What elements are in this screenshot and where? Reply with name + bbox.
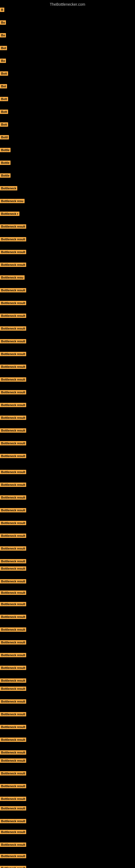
badge-59: Bottleneck result	[0, 738, 26, 743]
badge-18: Bottleneck result	[0, 224, 26, 230]
badge-47: Bottleneck result	[0, 590, 26, 596]
badge-33: Bottleneck result	[0, 415, 26, 421]
badge-24: Bottleneck result	[0, 301, 26, 306]
badge-15: Bottleneck	[0, 186, 17, 191]
badge-36: Bottleneck result	[0, 454, 26, 459]
badge-42: Bottleneck result	[0, 533, 26, 539]
badge-23: Bottleneck result	[0, 288, 26, 293]
badge-12: Bottle	[0, 148, 10, 153]
site-title: TheBottlenecker.com	[0, 0, 135, 9]
badge-1: B	[0, 8, 4, 13]
badge-51: Bottleneck result	[0, 640, 26, 646]
badge-44: Bottleneck result	[0, 559, 26, 564]
badge-68: Bottleneck result	[0, 842, 26, 848]
badge-2: Bo	[0, 20, 6, 26]
badge-14: Bottle	[0, 173, 10, 179]
badge-34: Bottleneck result	[0, 428, 26, 434]
badge-45: Bottleneck result	[0, 566, 26, 572]
badge-10: Bott	[0, 122, 8, 128]
badge-21: Bottleneck result	[0, 262, 26, 268]
badge-67: Bottleneck result	[0, 830, 26, 835]
badge-9: Bott	[0, 110, 8, 115]
badge-70: Bottleneck result	[0, 866, 26, 868]
badge-30: Bottleneck result	[0, 377, 26, 383]
badge-35: Bottleneck result	[0, 441, 26, 446]
badge-64: Bottleneck result	[0, 797, 26, 802]
badge-55: Bottleneck result	[0, 686, 26, 692]
badge-4: Bot	[0, 46, 7, 51]
badge-39: Bottleneck result	[0, 495, 26, 501]
badge-69: Bottleneck result	[0, 854, 26, 859]
badge-22: Bottleneck resu	[0, 275, 25, 281]
badge-26: Bottleneck result	[0, 326, 26, 332]
badge-54: Bottleneck result	[0, 678, 26, 684]
badge-8: Bott	[0, 97, 8, 102]
badge-49: Bottleneck result	[0, 615, 26, 620]
badge-63: Bottleneck result	[0, 784, 26, 789]
badge-28: Bottleneck result	[0, 352, 26, 357]
badge-20: Bottleneck result	[0, 250, 26, 255]
badge-37: Bottleneck result	[0, 470, 26, 475]
badge-43: Bottleneck result	[0, 546, 26, 552]
badge-61: Bottleneck result	[0, 758, 26, 764]
badge-32: Bottleneck result	[0, 403, 26, 408]
badge-48: Bottleneck result	[0, 602, 26, 607]
badge-41: Bottleneck result	[0, 521, 26, 526]
badge-38: Bottleneck result	[0, 483, 26, 488]
badge-46: Bottleneck result	[0, 579, 26, 585]
badge-13: Bottle	[0, 161, 10, 166]
badge-60: Bottleneck result	[0, 750, 26, 756]
badge-53: Bottleneck result	[0, 665, 26, 671]
badge-31: Bottleneck result	[0, 390, 26, 396]
badge-52: Bottleneck result	[0, 653, 26, 658]
badge-66: Bottleneck result	[0, 819, 26, 824]
badge-17: Bottleneck r	[0, 212, 19, 217]
badge-29: Bottleneck result	[0, 365, 26, 370]
badge-56: Bottleneck result	[0, 699, 26, 705]
badge-27: Bottleneck result	[0, 339, 26, 344]
badge-65: Bottleneck result	[0, 806, 26, 812]
badge-50: Bottleneck result	[0, 627, 26, 633]
badge-16: Bottleneck resu	[0, 199, 25, 204]
badge-58: Bottleneck result	[0, 725, 26, 730]
badge-7: Bot	[0, 84, 7, 90]
badge-6: Bott	[0, 71, 8, 77]
badge-19: Bottleneck result	[0, 237, 26, 243]
badge-11: Bottl	[0, 135, 9, 141]
badge-62: Bottleneck result	[0, 771, 26, 777]
badge-25: Bottleneck result	[0, 314, 26, 319]
badge-5: Bo	[0, 59, 6, 64]
badge-3: Bo	[0, 33, 6, 38]
badge-40: Bottleneck result	[0, 508, 26, 514]
badge-57: Bottleneck result	[0, 712, 26, 717]
